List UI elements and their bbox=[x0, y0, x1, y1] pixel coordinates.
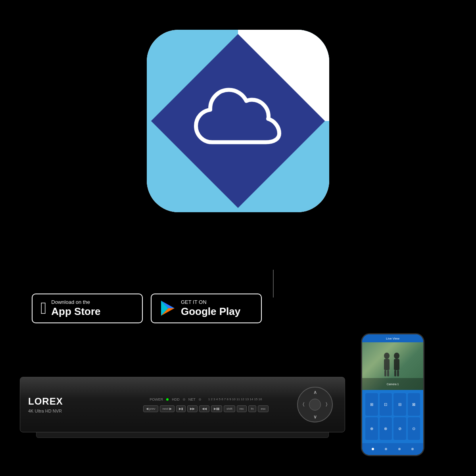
nvr-down-arrow[interactable]: ∨ bbox=[313, 414, 317, 420]
svg-rect-7 bbox=[394, 370, 396, 376]
nvr-base bbox=[36, 432, 329, 438]
phone-controls-grid: ⊞ ⊡ ⊟ ⊠ ⊕ ⊗ ⊘ ⊙ bbox=[362, 390, 423, 443]
nvr-hdd-light bbox=[183, 398, 185, 401]
phone-bottom-bar bbox=[362, 443, 423, 455]
nvr-power-label: POWER bbox=[150, 397, 163, 401]
phone-camera-overlay: Camera 1 bbox=[362, 378, 423, 390]
google-play-icon bbox=[159, 300, 176, 317]
nvr-channel-numbers: 1 2 3 4 5 6 7 8 9 10 11 12 13 14 15 16 bbox=[208, 397, 262, 401]
store-buttons-container:  Download on the App Store GET IT ON Go… bbox=[32, 294, 262, 323]
phone-nav-dot-4 bbox=[411, 448, 414, 450]
svg-point-5 bbox=[394, 353, 399, 359]
nvr-esc-btn[interactable]: esc bbox=[258, 405, 268, 412]
nvr-shift-btn[interactable]: shift bbox=[224, 405, 235, 412]
antenna-line bbox=[273, 270, 274, 298]
nvr-next-btn[interactable]: next ▶ bbox=[160, 405, 175, 412]
camera-label: Camera 1 bbox=[387, 383, 399, 386]
phone-ctrl-3[interactable]: ⊟ bbox=[393, 393, 406, 416]
app-icon bbox=[147, 30, 329, 212]
svg-rect-3 bbox=[384, 370, 386, 376]
apple-icon:  bbox=[40, 300, 46, 317]
nvr-rew-btn[interactable]: ◀◀ bbox=[199, 405, 209, 412]
nvr-device: LOREX 4K Ultra HD NVR POWER HDD NET 1 2 … bbox=[20, 377, 345, 452]
google-play-button[interactable]: GET IT ON Google Play bbox=[151, 294, 262, 323]
nvr-rec-btn[interactable]: rec bbox=[237, 405, 247, 412]
nvr-label-area: LOREX 4K Ultra HD NVR bbox=[28, 396, 63, 413]
app-store-text: Download on the App Store bbox=[51, 299, 100, 318]
nvr-end-btn[interactable]: ▶▮▮ bbox=[211, 405, 222, 412]
phone-ctrl-8[interactable]: ⊙ bbox=[408, 417, 420, 440]
svg-rect-2 bbox=[384, 359, 390, 370]
google-play-text: GET IT ON Google Play bbox=[181, 299, 240, 318]
phone-body: Live View Camera 1 bbox=[361, 333, 424, 456]
phone-status-text: Live View bbox=[386, 337, 399, 340]
nvr-net-light bbox=[199, 398, 201, 401]
nvr-up-arrow[interactable]: ∧ bbox=[313, 390, 317, 395]
nvr-right-arrow[interactable]: 〉 bbox=[325, 401, 330, 408]
nvr-hdd-label: HDD bbox=[172, 397, 180, 401]
google-play-large-label: Google Play bbox=[181, 305, 240, 318]
phone-screen: Live View Camera 1 bbox=[362, 334, 423, 455]
nvr-buttons-row: ◀ prev next ▶ ▶▮ ▶▶ ◀◀ ▶▮▮ shift rec fn … bbox=[143, 405, 269, 412]
nvr-play-btn[interactable]: ▶▮ bbox=[176, 405, 186, 412]
people-silhouette bbox=[377, 351, 409, 379]
nvr-brand: LOREX bbox=[28, 396, 63, 407]
svg-rect-4 bbox=[387, 370, 389, 376]
nvr-fn-btn[interactable]: fn bbox=[248, 405, 257, 412]
svg-rect-6 bbox=[394, 359, 399, 370]
phone-ctrl-5[interactable]: ⊕ bbox=[365, 417, 378, 440]
phone-ctrl-7[interactable]: ⊘ bbox=[393, 417, 406, 440]
phone-ctrl-6[interactable]: ⊗ bbox=[380, 417, 392, 440]
phone-nav-dot-2 bbox=[385, 448, 387, 450]
nvr-dpad: ∧ ∨ 〈 〉 bbox=[297, 387, 333, 422]
cloud-icon bbox=[186, 87, 290, 158]
nvr-left-arrow[interactable]: 〈 bbox=[300, 401, 305, 408]
app-store-button[interactable]:  Download on the App Store bbox=[32, 294, 143, 323]
nvr-power-light bbox=[166, 398, 169, 401]
nvr-ff-btn[interactable]: ▶▶ bbox=[187, 405, 198, 412]
phone-nav-dot-1 bbox=[372, 448, 374, 450]
app-store-large-label: App Store bbox=[51, 305, 100, 318]
app-icon-container bbox=[147, 30, 329, 212]
phone-ctrl-1[interactable]: ⊞ bbox=[365, 393, 378, 416]
nvr-channel-lights: 1 2 3 4 5 6 7 8 9 10 11 12 13 14 15 16 bbox=[208, 397, 262, 401]
nvr-model: 4K Ultra HD NVR bbox=[28, 409, 63, 413]
svg-rect-8 bbox=[397, 370, 399, 376]
phone-status-bar: Live View bbox=[362, 334, 423, 342]
nvr-net-label: NET bbox=[188, 397, 196, 401]
nvr-dpad-center-btn[interactable] bbox=[309, 399, 321, 411]
phone-ctrl-4[interactable]: ⊠ bbox=[408, 393, 420, 416]
phone-nav-dot-3 bbox=[398, 448, 401, 450]
app-store-small-label: Download on the bbox=[51, 299, 100, 305]
phone-mockup: Live View Camera 1 bbox=[361, 333, 424, 456]
nvr-dpad-circle: ∧ ∨ 〈 〉 bbox=[297, 387, 333, 422]
phone-camera-preview: Camera 1 bbox=[362, 342, 423, 390]
nvr-body: LOREX 4K Ultra HD NVR POWER HDD NET 1 2 … bbox=[20, 377, 345, 432]
google-play-small-label: GET IT ON bbox=[181, 299, 240, 305]
svg-point-1 bbox=[384, 353, 390, 359]
phone-ctrl-2[interactable]: ⊡ bbox=[380, 393, 392, 416]
nvr-prev-btn[interactable]: ◀ prev bbox=[143, 405, 158, 412]
